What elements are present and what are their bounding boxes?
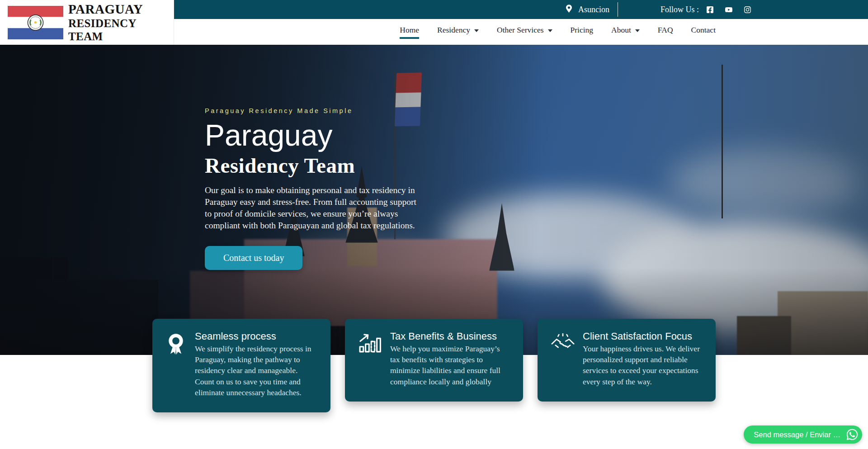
- card-title: Seamless process: [195, 331, 317, 342]
- location-label: Asuncion: [578, 5, 609, 14]
- nav-item-residency[interactable]: Residency: [437, 25, 479, 39]
- logo-line-1: PARAGUAY: [68, 3, 143, 16]
- nav-item-about[interactable]: About: [611, 25, 640, 39]
- hero-title: Paraguay: [205, 120, 440, 151]
- nav-item-pricing[interactable]: Pricing: [571, 25, 594, 39]
- card-body: We simplify the residency process in Par…: [195, 343, 317, 398]
- logo-line-3: TEAM: [68, 31, 143, 42]
- nav-item-faq[interactable]: FAQ: [658, 25, 673, 39]
- nav-label: Other Services: [497, 25, 544, 35]
- card-client-satisfaction: Client Satisfaction Focus Your happiness…: [538, 319, 716, 402]
- logo-line-2: RESIDENCY: [68, 18, 143, 29]
- nav-label: FAQ: [658, 25, 673, 35]
- nav-list: Home Residency Other Services Pricing Ab…: [400, 25, 716, 39]
- hero-content: Paraguay Residency Made Simple Paraguay …: [205, 107, 440, 270]
- hero-tagline: Paraguay Residency Made Simple: [205, 107, 440, 114]
- whatsapp-icon: [846, 428, 859, 441]
- card-title: Tax Benefits & Business: [390, 331, 509, 342]
- location-pin-icon: [566, 5, 572, 15]
- paraguay-flag-icon: [8, 6, 63, 39]
- card-tax-benefits: Tax Benefits & Business We help you maxi…: [345, 319, 523, 402]
- logo-text: PARAGUAY RESIDENCY TEAM: [68, 3, 143, 42]
- nav-label: Home: [400, 25, 419, 35]
- hero-description: Our goal is to make obtaining personal a…: [205, 184, 422, 232]
- youtube-icon[interactable]: [724, 6, 733, 13]
- chevron-down-icon: [474, 29, 479, 32]
- hero-section: Paraguay Residency Made Simple Paraguay …: [0, 45, 868, 355]
- nav-label: Contact: [691, 25, 716, 35]
- facebook-icon[interactable]: [706, 6, 714, 14]
- card-body: We help you maximize Paraguay’s tax bene…: [390, 343, 509, 387]
- nav-item-home[interactable]: Home: [400, 25, 419, 39]
- contact-us-button[interactable]: Contact us today: [205, 246, 302, 270]
- card-text: Client Satisfaction Focus Your happiness…: [583, 331, 702, 387]
- whatsapp-chat-button[interactable]: Send message / Enviar …: [744, 425, 862, 444]
- instagram-icon[interactable]: [744, 6, 751, 14]
- card-text: Seamless process We simplify the residen…: [195, 331, 317, 398]
- hero-subtitle: Residency Team: [205, 155, 440, 177]
- chevron-down-icon: [635, 29, 640, 32]
- feature-cards: Seamless process We simplify the residen…: [152, 319, 716, 412]
- location: Asuncion: [566, 5, 609, 15]
- award-icon: [166, 331, 187, 398]
- nav-label: Pricing: [571, 25, 594, 35]
- topbar-divider: [618, 2, 618, 17]
- handshake-icon: [551, 331, 575, 387]
- card-title: Client Satisfaction Focus: [583, 331, 702, 342]
- follow-us-label: Follow Us :: [660, 5, 699, 14]
- chevron-down-icon: [548, 29, 552, 32]
- nav-label: About: [611, 25, 631, 35]
- whatsapp-label: Send message / Enviar …: [754, 430, 840, 439]
- card-body: Your happiness drives us. We deliver per…: [583, 343, 702, 387]
- nav-item-contact[interactable]: Contact: [691, 25, 716, 39]
- site-logo[interactable]: PARAGUAY RESIDENCY TEAM: [0, 0, 174, 45]
- card-text: Tax Benefits & Business We help you maxi…: [390, 331, 509, 387]
- nav-label: Residency: [437, 25, 470, 35]
- social-links: [706, 6, 751, 14]
- card-seamless-process: Seamless process We simplify the residen…: [152, 319, 330, 412]
- page: Asuncion Follow Us : Home Residency Othe…: [0, 0, 868, 449]
- growth-chart-icon: [359, 331, 382, 387]
- nav-item-other-services[interactable]: Other Services: [497, 25, 552, 39]
